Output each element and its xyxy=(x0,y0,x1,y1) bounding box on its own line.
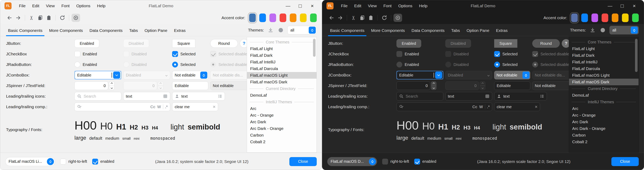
theme-item[interactable]: FlatLaf Darcula xyxy=(247,65,316,72)
theme-item[interactable]: FlatLaf Dark xyxy=(569,52,638,59)
tab-extras[interactable]: Extras xyxy=(494,28,510,36)
theme-item[interactable]: FlatLaf Darcula xyxy=(569,65,638,72)
spinner-stepper[interactable] xyxy=(431,81,436,90)
accent-swatch-red[interactable] xyxy=(280,14,286,22)
accent-swatch-purple[interactable] xyxy=(270,14,276,22)
themes-filter-combobox[interactable]: all xyxy=(288,26,317,35)
checkbox-enabled[interactable]: Enabled xyxy=(74,51,97,57)
checkbox-enabled[interactable]: Enabled xyxy=(396,51,419,57)
spinner[interactable]: 0 xyxy=(74,81,114,90)
checkbox-icon[interactable] xyxy=(74,51,80,57)
radio-icon[interactable] xyxy=(74,62,80,68)
paste-button[interactable] xyxy=(366,14,375,22)
radio-selected[interactable]: Selected xyxy=(172,62,196,68)
checkbox-checked-icon[interactable] xyxy=(494,51,500,57)
combobox-arrow-button[interactable] xyxy=(435,72,442,79)
close-window-button[interactable]: × xyxy=(628,1,640,10)
theme-item[interactable]: DemoLaf xyxy=(569,92,638,99)
theme-item[interactable]: Arc Dark xyxy=(247,119,316,125)
download-button[interactable] xyxy=(267,27,274,34)
close-window-button[interactable]: × xyxy=(306,1,318,10)
clear-icon[interactable]: × xyxy=(535,104,538,110)
theme-item[interactable]: FlatLaf Light xyxy=(247,45,316,52)
tab-more-components[interactable]: More Components xyxy=(369,28,407,36)
combobox-spinner-button[interactable] xyxy=(309,27,316,34)
match-case-button[interactable]: Cc xyxy=(150,105,155,109)
menu-options[interactable]: Options xyxy=(396,2,415,10)
theme-item[interactable]: Cobalt 2 xyxy=(247,138,316,145)
close-button[interactable]: Close xyxy=(289,157,317,166)
whole-word-button[interactable]: W xyxy=(479,105,483,109)
menu-font[interactable]: Font xyxy=(380,2,394,10)
forward-button[interactable] xyxy=(14,14,22,22)
enabled-checkbox[interactable]: enabled xyxy=(414,159,436,164)
radio-icon[interactable] xyxy=(396,62,402,68)
text-field-table-icon[interactable]: text xyxy=(123,92,170,101)
combobox-spinner-button[interactable] xyxy=(47,158,54,165)
whole-word-button[interactable]: W xyxy=(157,105,161,109)
text-field-user-list-icons[interactable]: text xyxy=(172,92,225,101)
spinner-down-button[interactable] xyxy=(109,86,114,90)
checkbox-selected[interactable]: Selected xyxy=(494,51,518,57)
checkbox-icon[interactable] xyxy=(396,51,402,57)
tab-option-pane[interactable]: Option Pane xyxy=(465,28,492,36)
github-button[interactable] xyxy=(599,27,606,34)
theme-item[interactable]: Arc - Orange xyxy=(247,112,316,119)
menu-edit[interactable]: Edit xyxy=(352,2,364,10)
combobox-arrow-button[interactable] xyxy=(113,72,120,79)
menu-help[interactable]: Help xyxy=(416,2,430,10)
spinner-value[interactable]: 0 xyxy=(396,81,430,90)
spinner-value[interactable]: 0 xyxy=(74,81,108,90)
tab-basic-components[interactable]: Basic Components xyxy=(328,28,366,36)
spinner[interactable]: 0 xyxy=(396,81,436,90)
menu-file[interactable]: File xyxy=(338,2,350,10)
download-button[interactable] xyxy=(589,27,596,34)
theme-item[interactable]: Arc Dark - Orange xyxy=(569,125,638,132)
radio-checked-icon[interactable] xyxy=(494,62,500,68)
maximize-button[interactable]: □ xyxy=(616,1,628,10)
checkbox-checked-icon[interactable] xyxy=(172,51,178,57)
square-button[interactable]: Square xyxy=(494,39,518,48)
spinner-stepper[interactable] xyxy=(109,81,114,90)
theme-item[interactable]: Carbon xyxy=(247,132,316,138)
maximize-button[interactable]: □ xyxy=(294,1,306,10)
accent-swatch-default[interactable] xyxy=(571,14,578,22)
editable-textfield[interactable]: Editable xyxy=(172,81,208,90)
menu-font[interactable]: Font xyxy=(58,2,72,10)
accent-swatch-blue[interactable] xyxy=(259,14,266,22)
look-and-feel-combobox[interactable]: FlatLaf macOS D... xyxy=(327,157,377,166)
accent-swatch-blue[interactable] xyxy=(581,14,588,22)
search-input[interactable]: Search xyxy=(396,92,443,101)
checkbox-icon[interactable] xyxy=(382,159,388,164)
clear-icon[interactable]: × xyxy=(213,104,216,110)
menu-view[interactable]: View xyxy=(365,2,380,10)
tab-tabs[interactable]: Tabs xyxy=(127,28,140,36)
scrollbar-thumb[interactable] xyxy=(313,39,316,57)
theme-item[interactable]: DemoLaf xyxy=(247,92,316,99)
clearable-input[interactable]: clear me × xyxy=(172,102,218,111)
regex-button[interactable]: .* xyxy=(165,105,168,109)
tab-basic-components[interactable]: Basic Components xyxy=(6,28,44,36)
radio-enabled[interactable]: Enabled xyxy=(396,62,419,68)
menu-options[interactable]: Options xyxy=(74,2,93,10)
accent-swatch-yellow[interactable] xyxy=(622,14,628,22)
spinner-up-button[interactable] xyxy=(109,82,114,86)
radio-enabled[interactable]: Enabled xyxy=(74,62,97,68)
checkbox-icon[interactable] xyxy=(60,159,66,164)
theme-item[interactable]: FlatLaf IntelliJ xyxy=(569,59,638,65)
right-to-left-checkbox[interactable]: right-to-left xyxy=(60,159,87,164)
copy-button[interactable] xyxy=(36,14,44,22)
refresh-button[interactable] xyxy=(380,14,389,22)
not-editable-combobox[interactable]: Not editable xyxy=(494,71,530,79)
editable-combobox[interactable]: Editable xyxy=(74,71,121,79)
combobox-spinner-button[interactable] xyxy=(369,158,376,165)
text-field-table-icon[interactable]: text xyxy=(445,92,492,101)
spinner-up-button[interactable] xyxy=(431,82,436,86)
menu-edit[interactable]: Edit xyxy=(30,2,42,10)
editable-combobox[interactable]: Editable xyxy=(396,71,443,79)
theme-item[interactable]: FlatLaf macOS Dark xyxy=(247,79,316,85)
right-to-left-checkbox[interactable]: right-to-left xyxy=(382,159,409,164)
accent-swatch-yellow[interactable] xyxy=(300,14,306,22)
radio-checked-icon[interactable] xyxy=(172,62,178,68)
checkbox-selected[interactable]: Selected xyxy=(172,51,196,57)
